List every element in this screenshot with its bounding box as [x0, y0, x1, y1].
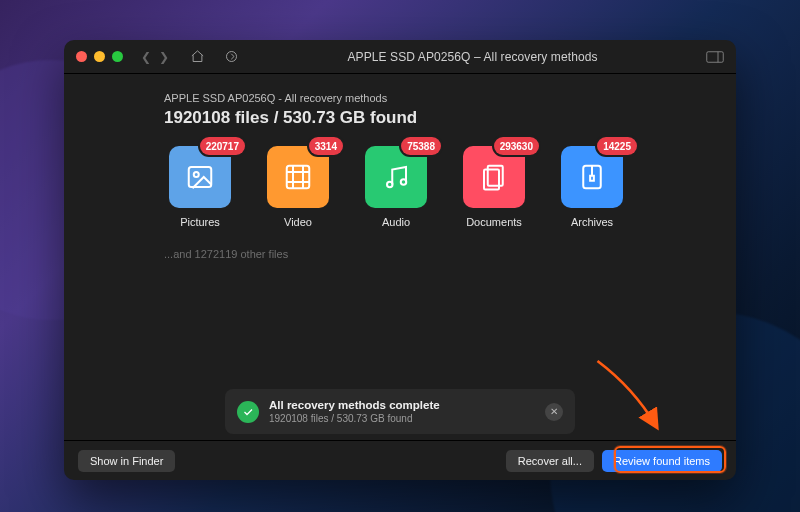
- success-check-icon: [237, 401, 259, 423]
- docs-icon: 293630: [463, 146, 525, 208]
- dismiss-status-button[interactable]: ✕: [545, 403, 563, 421]
- svg-rect-16: [590, 176, 594, 181]
- film-icon: 3314: [267, 146, 329, 208]
- nav-forward-button[interactable]: ❯: [157, 50, 171, 64]
- nav-arrows: ❮ ❯: [139, 50, 171, 64]
- svg-point-11: [401, 179, 407, 185]
- results-headline: 1920108 files / 530.73 GB found: [164, 108, 698, 128]
- nav-back-button[interactable]: ❮: [139, 50, 153, 64]
- breadcrumb: APPLE SSD AP0256Q - All recovery methods: [164, 92, 698, 104]
- close-window-button[interactable]: [76, 51, 87, 62]
- tile-badge: 14225: [597, 137, 637, 155]
- tile-label: Video: [284, 216, 312, 228]
- tile-badge: 220717: [200, 137, 245, 155]
- music-icon: 75388: [365, 146, 427, 208]
- svg-rect-1: [707, 51, 724, 62]
- tile-label: Archives: [571, 216, 613, 228]
- svg-rect-5: [287, 166, 310, 189]
- category-tile-audio[interactable]: 75388 Audio: [360, 146, 432, 228]
- sidebar-toggle-icon[interactable]: [706, 50, 724, 64]
- category-tiles: 220717 Pictures 3314 Video 75388 Audio 2…: [164, 146, 698, 228]
- svg-point-4: [194, 172, 199, 177]
- app-window: ❮ ❯ APPLE SSD AP0256Q – All recovery met…: [64, 40, 736, 480]
- tile-label: Documents: [466, 216, 522, 228]
- category-tile-archives[interactable]: 14225 Archives: [556, 146, 628, 228]
- category-tile-pictures[interactable]: 220717 Pictures: [164, 146, 236, 228]
- review-found-items-button[interactable]: Review found items: [602, 450, 722, 472]
- status-text: All recovery methods complete 1920108 fi…: [269, 398, 535, 425]
- recover-all-button[interactable]: Recover all...: [506, 450, 594, 472]
- zoom-window-button[interactable]: [112, 51, 123, 62]
- window-controls: [76, 51, 123, 62]
- category-tile-video[interactable]: 3314 Video: [262, 146, 334, 228]
- footer-bar: Show in Finder Recover all... Review fou…: [64, 440, 736, 480]
- refresh-icon[interactable]: [223, 49, 239, 65]
- image-icon: 220717: [169, 146, 231, 208]
- show-in-finder-button[interactable]: Show in Finder: [78, 450, 175, 472]
- svg-point-10: [387, 182, 393, 188]
- category-tile-documents[interactable]: 293630 Documents: [458, 146, 530, 228]
- status-subtitle: 1920108 files / 530.73 GB found: [269, 413, 535, 426]
- tile-badge: 75388: [401, 137, 441, 155]
- svg-point-0: [226, 52, 236, 62]
- other-files-text: ...and 1272119 other files: [164, 248, 698, 260]
- minimize-window-button[interactable]: [94, 51, 105, 62]
- tile-badge: 293630: [494, 137, 539, 155]
- status-panel: All recovery methods complete 1920108 fi…: [225, 389, 575, 434]
- status-row: All recovery methods complete 1920108 fi…: [64, 389, 736, 434]
- tile-label: Pictures: [180, 216, 220, 228]
- zip-icon: 14225: [561, 146, 623, 208]
- tile-badge: 3314: [309, 137, 343, 155]
- main-content: APPLE SSD AP0256Q - All recovery methods…: [64, 74, 736, 440]
- tile-label: Audio: [382, 216, 410, 228]
- window-title: APPLE SSD AP0256Q – All recovery methods: [247, 50, 698, 64]
- home-icon[interactable]: [189, 49, 205, 65]
- status-title: All recovery methods complete: [269, 398, 535, 412]
- svg-rect-3: [189, 167, 212, 187]
- title-bar: ❮ ❯ APPLE SSD AP0256Q – All recovery met…: [64, 40, 736, 74]
